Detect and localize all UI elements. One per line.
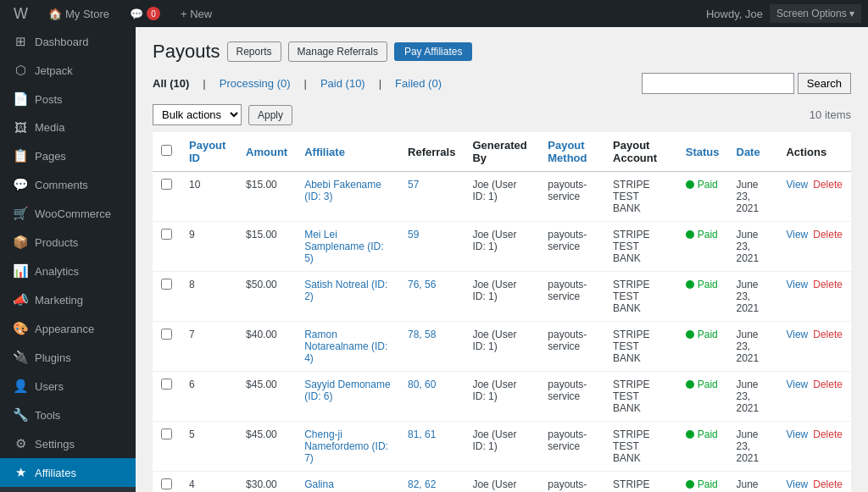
header-checkbox[interactable] xyxy=(153,132,181,172)
cell-referrals[interactable]: 81, 61 xyxy=(399,422,464,472)
header-status[interactable]: Status xyxy=(677,132,728,172)
sidebar-item-users[interactable]: 👤 Users xyxy=(0,372,136,401)
filter-paid[interactable]: Paid (10) xyxy=(320,77,365,90)
cell-affiliate[interactable]: Mei Lei Samplename (ID: 5) xyxy=(296,222,399,272)
delete-link[interactable]: Delete xyxy=(813,478,843,490)
cell-affiliate[interactable]: Satish Notreal (ID: 2) xyxy=(296,272,399,322)
sidebar-item-posts[interactable]: 📄 Posts xyxy=(0,85,136,113)
affiliate-link[interactable]: Ramon Notarealname (ID: 4) xyxy=(304,329,387,364)
affiliate-link[interactable]: Galina Namefakedemo (ID: 8) xyxy=(304,478,376,492)
referrals-link[interactable]: 78, 58 xyxy=(408,329,436,340)
affiliate-link[interactable]: Sayyid Demoname (ID: 6) xyxy=(304,379,390,402)
cell-referrals[interactable]: 82, 62 xyxy=(399,472,464,493)
delete-link[interactable]: Delete xyxy=(813,379,843,390)
row-checkbox-cell[interactable] xyxy=(153,272,181,322)
affiliate-link[interactable]: Cheng-ji Namefordemo (ID: 7) xyxy=(304,428,388,464)
referrals-link[interactable]: 59 xyxy=(408,229,419,240)
affiliate-link[interactable]: Abebi Fakename (ID: 3) xyxy=(304,179,381,202)
referrals-link[interactable]: 82, 62 xyxy=(408,478,436,490)
cell-referrals[interactable]: 57 xyxy=(399,172,464,222)
sidebar-item-tools[interactable]: 🔧 Tools xyxy=(0,401,136,429)
row-checkbox[interactable] xyxy=(161,179,172,190)
sidebar-item-media[interactable]: 🖼 Media xyxy=(0,113,136,141)
row-checkbox-cell[interactable] xyxy=(153,372,181,422)
view-link[interactable]: View xyxy=(786,229,808,240)
sidebar-item-woocommerce[interactable]: 🛒 WooCommerce xyxy=(0,199,136,228)
view-link[interactable]: View xyxy=(786,279,808,290)
row-checkbox-cell[interactable] xyxy=(153,472,181,493)
apply-button[interactable]: Apply xyxy=(248,105,292,125)
affiliate-link[interactable]: Mei Lei Samplename (ID: 5) xyxy=(304,229,383,264)
row-checkbox-cell[interactable] xyxy=(153,322,181,372)
cell-affiliate[interactable]: Cheng-ji Namefordemo (ID: 7) xyxy=(296,422,399,472)
referrals-link[interactable]: 57 xyxy=(408,179,419,191)
row-checkbox[interactable] xyxy=(161,329,172,340)
cell-referrals[interactable]: 76, 56 xyxy=(399,272,464,322)
filter-all[interactable]: All (10) xyxy=(153,77,189,90)
sidebar-item-plugins[interactable]: 🔌 Plugins xyxy=(0,343,136,372)
delete-link[interactable]: Delete xyxy=(813,329,843,340)
reports-button[interactable]: Reports xyxy=(227,41,281,62)
cell-referrals[interactable]: 59 xyxy=(399,222,464,272)
pay-affiliates-button[interactable]: Pay Affiliates xyxy=(394,42,472,61)
search-input[interactable] xyxy=(642,73,794,94)
filter-processing[interactable]: Processing (0) xyxy=(220,77,291,90)
row-checkbox-cell[interactable] xyxy=(153,222,181,272)
row-checkbox[interactable] xyxy=(161,478,172,489)
row-checkbox[interactable] xyxy=(161,379,172,390)
delete-link[interactable]: Delete xyxy=(813,179,843,191)
sidebar-item-analytics[interactable]: 📊 Analytics xyxy=(0,257,136,285)
sidebar-item-settings[interactable]: ⚙ Settings xyxy=(0,429,136,458)
header-payout-id[interactable]: Payout ID xyxy=(181,132,237,172)
sidebar-item-comments[interactable]: 💬 Comments xyxy=(0,170,136,199)
cell-affiliate[interactable]: Sayyid Demoname (ID: 6) xyxy=(296,372,399,422)
search-button[interactable]: Search xyxy=(798,73,851,94)
cell-referrals[interactable]: 78, 58 xyxy=(399,322,464,372)
new-content-link[interactable]: + New xyxy=(174,0,219,27)
row-checkbox-cell[interactable] xyxy=(153,422,181,472)
submenu-overview[interactable]: Overview xyxy=(0,487,136,492)
sidebar-item-jetpack[interactable]: ⬡ Jetpack xyxy=(0,56,136,85)
manage-referrals-button[interactable]: Manage Referrals xyxy=(288,41,387,62)
header-affiliate[interactable]: Affiliate xyxy=(296,132,399,172)
delete-link[interactable]: Delete xyxy=(813,428,843,440)
view-link[interactable]: View xyxy=(786,379,808,390)
row-checkbox[interactable] xyxy=(161,428,172,439)
referrals-link[interactable]: 81, 61 xyxy=(408,428,436,440)
header-payout-method[interactable]: Payout Method xyxy=(539,132,604,172)
sidebar-item-products[interactable]: 📦 Products xyxy=(0,228,136,257)
sidebar-item-dashboard[interactable]: ⊞ Dashboard xyxy=(0,27,136,56)
row-checkbox-cell[interactable] xyxy=(153,172,181,222)
sidebar-item-appearance[interactable]: 🎨 Appearance xyxy=(0,314,136,343)
sidebar-item-affiliates[interactable]: ★ Affiliates xyxy=(0,458,136,487)
admin-bar: W 🏠 My Store 💬 0 + New Howdy, Joe Screen… xyxy=(0,0,868,27)
cell-referrals[interactable]: 80, 60 xyxy=(399,372,464,422)
row-checkbox[interactable] xyxy=(161,279,172,290)
bulk-actions-select[interactable]: Bulk actions xyxy=(153,104,242,125)
sidebar-item-pages[interactable]: 📋 Pages xyxy=(0,141,136,170)
row-checkbox[interactable] xyxy=(161,229,172,240)
screen-options-button[interactable]: Screen Options ▾ xyxy=(770,4,861,23)
cell-affiliate[interactable]: Ramon Notarealname (ID: 4) xyxy=(296,322,399,372)
filter-failed[interactable]: Failed (0) xyxy=(395,77,442,90)
header-amount[interactable]: Amount xyxy=(237,132,296,172)
delete-link[interactable]: Delete xyxy=(813,229,843,240)
site-name-link[interactable]: 🏠 My Store xyxy=(42,0,116,27)
referrals-link[interactable]: 76, 56 xyxy=(408,279,436,290)
wp-logo-icon[interactable]: W xyxy=(7,5,35,23)
view-link[interactable]: View xyxy=(786,478,808,490)
payouts-table: Payout ID Amount Affiliate Referrals Gen… xyxy=(153,132,851,492)
view-link[interactable]: View xyxy=(786,329,808,340)
cell-affiliate[interactable]: Galina Namefakedemo (ID: 8) xyxy=(296,472,399,493)
delete-link[interactable]: Delete xyxy=(813,279,843,290)
sidebar-item-marketing[interactable]: 📣 Marketing xyxy=(0,285,136,314)
comments-icon-link[interactable]: 💬 0 xyxy=(123,0,167,27)
referrals-link[interactable]: 80, 60 xyxy=(408,379,436,390)
cell-date: June 23, 2021 xyxy=(728,172,778,222)
view-link[interactable]: View xyxy=(786,428,808,440)
affiliate-link[interactable]: Satish Notreal (ID: 2) xyxy=(304,279,387,302)
select-all-checkbox[interactable] xyxy=(161,145,172,156)
cell-affiliate[interactable]: Abebi Fakename (ID: 3) xyxy=(296,172,399,222)
view-link[interactable]: View xyxy=(786,179,808,191)
header-date[interactable]: Date xyxy=(728,132,778,172)
